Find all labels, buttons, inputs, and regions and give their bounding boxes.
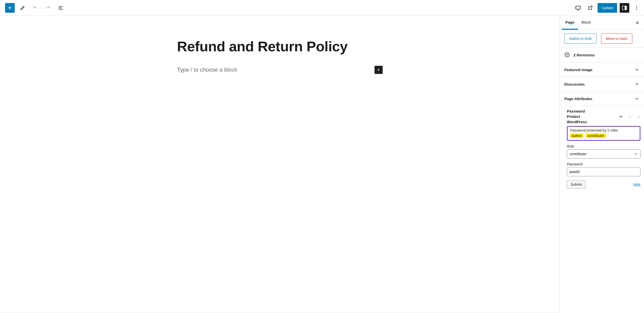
settings-sidebar-toggle[interactable] xyxy=(620,3,629,13)
inline-add-block-button[interactable] xyxy=(375,66,383,74)
tab-block[interactable]: Block xyxy=(578,16,595,30)
edit-icon[interactable] xyxy=(18,3,27,13)
page-title[interactable]: Refund and Return Policy xyxy=(177,39,383,54)
revisions-row[interactable]: 2 Revisions xyxy=(560,47,644,62)
ppw-sort-controls xyxy=(619,114,640,119)
editor-canvas: Refund and Return Policy Type / to choos… xyxy=(0,16,560,313)
update-button[interactable]: Update xyxy=(598,3,617,13)
open-external-icon[interactable] xyxy=(585,3,595,13)
top-toolbar: Update xyxy=(0,0,644,16)
tab-page[interactable]: Page xyxy=(562,16,578,30)
ppw-roles-summary-box: Password protected by 2 roles author con… xyxy=(567,126,640,141)
sidebar-panel-icon xyxy=(622,5,627,11)
ppw-title-line: Protect xyxy=(567,114,587,119)
more-options-icon[interactable] xyxy=(632,3,641,13)
settings-sidebar: Page Block Switch to draft Move to trash… xyxy=(560,16,644,313)
panel-page-attributes[interactable]: Page Attributes xyxy=(560,91,644,106)
role-field-label: Role xyxy=(567,144,640,148)
panel-label: Page Attributes xyxy=(564,97,592,101)
ppw-header: Password Protect WordPress xyxy=(567,108,640,124)
block-appender-row: Type / to choose a block xyxy=(177,66,383,74)
add-block-toolbar-button[interactable] xyxy=(5,3,15,13)
panel-label: Discussion xyxy=(564,82,585,86)
collapse-up-icon[interactable] xyxy=(637,115,640,118)
chevron-down-icon xyxy=(634,82,639,87)
ppw-footer: Submit Hide xyxy=(567,180,640,189)
submit-button[interactable]: Submit xyxy=(567,180,586,189)
panel-featured-image[interactable]: Featured image xyxy=(560,62,644,77)
sidebar-actions: Switch to draft Move to trash xyxy=(560,30,644,47)
switch-to-draft-button[interactable]: Switch to draft xyxy=(564,34,597,44)
chevron-down-icon xyxy=(634,96,639,101)
panel-label: Featured image xyxy=(564,68,592,72)
move-to-trash-button[interactable]: Move to trash xyxy=(601,34,632,44)
desktop-view-icon[interactable] xyxy=(573,3,583,13)
password-field-label: Password xyxy=(567,162,640,166)
svg-rect-0 xyxy=(576,6,580,9)
toolbar-right-group: Update xyxy=(573,3,641,13)
move-up-icon[interactable] xyxy=(619,114,623,119)
panel-discussion[interactable]: Discussion xyxy=(560,77,644,91)
plus-icon xyxy=(7,5,13,11)
panel-password-protect: Password Protect WordPress xyxy=(560,106,644,193)
role-pill: contributor xyxy=(586,133,606,138)
block-placeholder-text[interactable]: Type / to choose a block xyxy=(177,67,237,73)
ppw-title: Password Protect WordPress xyxy=(567,108,587,124)
main-area: Refund and Return Policy Type / to choos… xyxy=(0,16,644,313)
role-select[interactable]: contributor xyxy=(567,149,640,159)
redo-icon[interactable] xyxy=(43,3,53,13)
history-icon xyxy=(564,52,570,58)
move-down-icon[interactable] xyxy=(628,114,632,119)
undo-icon[interactable] xyxy=(30,3,40,13)
ppw-title-line: WordPress xyxy=(567,119,587,124)
role-pill: author xyxy=(570,133,583,138)
chevron-down-icon xyxy=(634,67,639,72)
svg-point-5 xyxy=(636,9,637,10)
role-select-wrap: contributor xyxy=(567,149,640,159)
svg-point-3 xyxy=(636,6,637,6)
ppw-protected-desc: Password protected by 2 roles xyxy=(570,128,637,132)
editor-inner: Refund and Return Policy Type / to choos… xyxy=(177,39,383,313)
sidebar-tabs: Page Block xyxy=(560,16,644,30)
document-overview-icon[interactable] xyxy=(56,3,65,13)
close-sidebar-button[interactable] xyxy=(633,18,642,27)
close-icon xyxy=(635,20,640,25)
plus-icon xyxy=(376,68,381,72)
svg-point-4 xyxy=(636,7,637,8)
svg-rect-2 xyxy=(625,6,626,10)
ppw-title-line: Password xyxy=(567,108,587,114)
hide-link[interactable]: Hide xyxy=(633,182,640,186)
password-input[interactable] xyxy=(567,167,640,176)
revisions-label: 2 Revisions xyxy=(573,53,595,57)
toolbar-left-group xyxy=(5,3,65,13)
